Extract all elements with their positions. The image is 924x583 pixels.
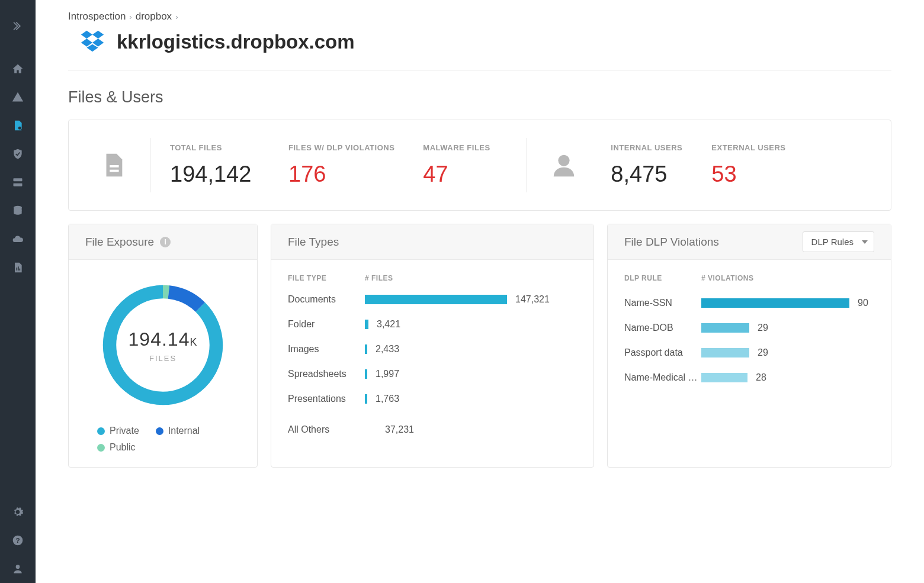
stat-malware[interactable]: MALWARE FILES 47: [409, 143, 521, 187]
user-icon: [531, 152, 596, 179]
sidebar-user-icon[interactable]: [0, 555, 36, 583]
stat-total-files[interactable]: TOTAL FILES 194,142: [156, 143, 274, 187]
donut-center: 194.14K FILES: [85, 328, 240, 363]
svg-rect-11: [110, 170, 118, 172]
page-title-row: kkrlogistics.dropbox.com: [68, 26, 891, 70]
dropbox-icon: [79, 28, 106, 56]
stat-value: 194,142: [170, 162, 260, 187]
sidebar-report-icon[interactable]: [0, 253, 36, 282]
breadcrumb-separator: ›: [175, 12, 178, 21]
sidebar-database-icon[interactable]: [0, 197, 36, 225]
dlp-rules-dropdown[interactable]: DLP Rules: [803, 231, 874, 252]
sidebar-home-icon[interactable]: [0, 54, 36, 83]
file-icon: [81, 152, 146, 179]
sidebar-cloud-icon[interactable]: [0, 225, 36, 253]
stat-label: EXTERNAL USERS: [711, 143, 785, 153]
stat-value: 47: [423, 162, 507, 187]
sidebar-settings-icon[interactable]: [0, 498, 36, 526]
donut-legend: Private Internal Public: [95, 426, 231, 453]
breadcrumb-root[interactable]: Introspection: [68, 11, 126, 22]
svg-rect-4: [17, 268, 18, 270]
panel-dlp-violations: File DLP Violations DLP Rules DLP RULE #…: [607, 224, 891, 468]
sidebar-shield-icon[interactable]: [0, 140, 36, 168]
stat-label: FILES W/ DLP VIOLATIONS: [288, 143, 394, 153]
legend-item[interactable]: Public: [97, 442, 136, 453]
panel-header: File DLP Violations DLP Rules: [608, 224, 891, 260]
stat-dlp-violations[interactable]: FILES W/ DLP VIOLATIONS 176: [274, 143, 409, 187]
dlp-rule-row[interactable]: Passport data29: [624, 347, 874, 358]
stat-label: INTERNAL USERS: [611, 143, 683, 153]
dlp-header: DLP RULE # VIOLATIONS: [624, 274, 874, 282]
sidebar: ?: [0, 0, 36, 583]
panels-row: File Exposure i 194.14K FILES: [68, 224, 891, 468]
sidebar-server-icon[interactable]: [0, 168, 36, 197]
chevron-down-icon: [862, 240, 868, 244]
donut-chart[interactable]: 194.14K FILES Private Internal Public: [85, 274, 240, 453]
svg-point-12: [559, 155, 570, 166]
file-type-row[interactable]: Documents147,321: [288, 294, 577, 305]
sidebar-alert-icon[interactable]: [0, 83, 36, 111]
main-content: Introspection › dropbox › kkrlogistics.d…: [36, 0, 924, 583]
stat-internal-users[interactable]: INTERNAL USERS 8,475: [596, 143, 697, 187]
file-type-row[interactable]: Spreadsheets1,997: [288, 369, 577, 379]
breadcrumb-app[interactable]: dropbox: [136, 11, 172, 22]
file-type-row[interactable]: Images2,433: [288, 344, 577, 355]
section-title: Files & Users: [68, 88, 891, 107]
svg-rect-5: [18, 266, 19, 270]
legend-item[interactable]: Private: [97, 426, 139, 436]
panel-title: File DLP Violations: [624, 236, 719, 249]
file-types-header: FILE TYPE # FILES: [288, 274, 577, 282]
panel-title: File Types: [288, 236, 339, 249]
breadcrumb: Introspection › dropbox ›: [68, 11, 891, 22]
page-title: kkrlogistics.dropbox.com: [117, 31, 355, 53]
svg-point-0: [18, 127, 21, 130]
dlp-rule-row[interactable]: Name-Medical C…28: [624, 372, 874, 383]
sidebar-introspection-icon[interactable]: [0, 111, 36, 140]
breadcrumb-separator: ›: [129, 12, 131, 21]
svg-point-9: [16, 565, 20, 569]
stats-summary-card: TOTAL FILES 194,142 FILES W/ DLP VIOLATI…: [68, 120, 891, 211]
file-type-row[interactable]: Folder3,421: [288, 319, 577, 330]
svg-text:?: ?: [15, 536, 20, 544]
file-type-row[interactable]: Presentations1,763: [288, 394, 577, 404]
stat-value: 53: [711, 162, 785, 187]
panel-header: File Types: [271, 224, 593, 260]
stat-value: 8,475: [611, 162, 683, 187]
panel-title: File Exposure: [85, 236, 154, 249]
dlp-rule-row[interactable]: Name-DOB29: [624, 323, 874, 333]
info-icon[interactable]: i: [160, 237, 171, 247]
panel-file-types: File Types FILE TYPE # FILES Documents14…: [271, 224, 594, 468]
stat-external-users[interactable]: EXTERNAL USERS 53: [697, 143, 800, 187]
stat-label: TOTAL FILES: [170, 143, 260, 153]
dlp-rule-row[interactable]: Name-SSN90: [624, 298, 874, 308]
svg-rect-2: [14, 183, 23, 186]
panel-file-exposure: File Exposure i 194.14K FILES: [68, 224, 258, 468]
svg-rect-1: [14, 178, 23, 181]
sidebar-expand-icon[interactable]: [0, 12, 36, 40]
stat-value: 176: [288, 162, 394, 187]
stat-label: MALWARE FILES: [423, 143, 507, 153]
file-type-row[interactable]: All Others 37,231: [288, 424, 577, 435]
sidebar-help-icon[interactable]: ?: [0, 526, 36, 555]
svg-rect-6: [20, 269, 21, 270]
svg-rect-10: [110, 165, 118, 168]
panel-header: File Exposure i: [69, 224, 257, 260]
legend-item[interactable]: Internal: [156, 426, 200, 436]
